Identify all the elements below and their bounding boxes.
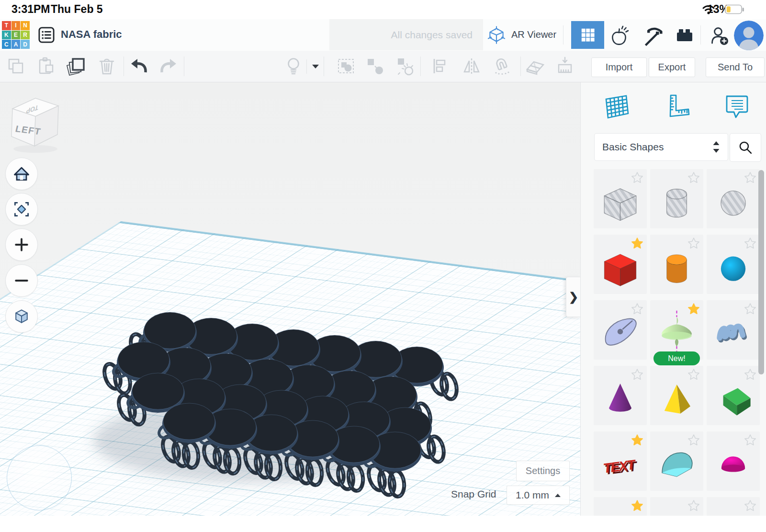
perspective-toggle-button[interactable] — [5, 300, 38, 333]
shape-tile-half-sphere[interactable] — [707, 431, 760, 491]
star-filled-icon[interactable] — [631, 434, 644, 447]
ungroup-icon[interactable] — [364, 56, 385, 77]
star-outline-icon[interactable] — [743, 303, 757, 316]
shape-tile-box[interactable] — [594, 235, 647, 294]
shapes-panel: Basic Shapes — [580, 82, 766, 516]
show-all-icon[interactable] — [283, 56, 304, 77]
shape-tile-cone[interactable] — [594, 366, 647, 425]
new-badge: New! — [653, 351, 700, 365]
shape-tile-sphere[interactable] — [707, 235, 760, 294]
divider — [124, 57, 124, 76]
star-outline-icon[interactable] — [631, 171, 644, 185]
clock: 3:31PM — [11, 3, 50, 16]
home-view-button[interactable] — [5, 158, 38, 190]
workplane-tool-icon[interactable] — [525, 56, 546, 77]
shape-tile-cylinder[interactable] — [650, 235, 703, 294]
star-outline-icon[interactable] — [743, 368, 757, 382]
align-icon[interactable] — [430, 56, 451, 77]
shape-tile-spinning-top[interactable] — [650, 300, 703, 360]
shape-tile-round-roof[interactable] — [650, 431, 703, 491]
copy-icon[interactable] — [5, 56, 26, 77]
shape-tile-text[interactable]: TEXT TEXT — [594, 431, 647, 491]
delete-icon[interactable] — [96, 56, 117, 77]
star-outline-icon[interactable] — [743, 171, 757, 185]
search-button[interactable] — [730, 133, 761, 162]
magnet-icon[interactable] — [491, 56, 512, 77]
zoom-in-button[interactable] — [5, 228, 38, 261]
star-outline-icon[interactable] — [743, 499, 757, 513]
star-outline-icon[interactable] — [687, 368, 700, 382]
bottom-strip — [0, 516, 766, 532]
design-canvas[interactable]: TOP LEFT ❯ Settings — [0, 82, 580, 516]
date: Thu Feb 5 — [51, 3, 103, 16]
shape-category-select[interactable]: Basic Shapes — [594, 133, 728, 161]
ar-viewer-label: AR Viewer — [511, 29, 556, 40]
avatar-icon — [734, 21, 764, 50]
star-outline-icon[interactable] — [743, 237, 757, 250]
star-outline-icon[interactable] — [687, 171, 700, 185]
zoom-out-button[interactable] — [5, 264, 38, 297]
shape-tile-sphere-hole[interactable] — [707, 169, 760, 228]
notes-panel-icon[interactable] — [723, 92, 750, 121]
app-header: TINKERCAD NASA fabric All changes saved … — [0, 19, 766, 51]
caret-up-icon — [555, 494, 561, 497]
logo-tile: D — [21, 40, 30, 49]
shape-tile-box-hole[interactable] — [594, 169, 647, 228]
star-filled-icon[interactable] — [631, 237, 644, 250]
fit-view-button[interactable] — [5, 193, 38, 226]
star-filled-icon[interactable] — [631, 499, 644, 513]
logo-tile: I — [11, 21, 21, 30]
duplicate-icon[interactable] — [66, 56, 87, 77]
add-person-icon[interactable] — [709, 25, 730, 46]
panel-collapse-handle[interactable]: ❯ — [566, 277, 580, 317]
divider — [184, 57, 184, 76]
settings-button[interactable]: Settings — [516, 461, 570, 481]
brick-icon[interactable] — [674, 25, 695, 46]
divider — [420, 57, 421, 76]
import-button[interactable]: Import — [591, 57, 647, 77]
workplane-panel-icon[interactable] — [603, 92, 630, 121]
view-cube[interactable]: TOP LEFT — [7, 90, 66, 157]
dropdown-caret-icon[interactable] — [312, 64, 319, 69]
align-duplicate-icon[interactable] — [394, 56, 415, 77]
sim-lab-icon[interactable] — [608, 25, 630, 46]
group-icon[interactable] — [336, 56, 357, 77]
paste-icon[interactable] — [35, 56, 56, 77]
mirror-icon[interactable] — [461, 56, 482, 77]
shape-tile-squiggle[interactable] — [707, 300, 760, 360]
status-bar: 3:31PM Thu Feb 5 13% — [0, 0, 766, 19]
avatar[interactable] — [734, 21, 764, 50]
shape-tile-cylinder-hole[interactable] — [650, 169, 703, 228]
panel-scrollbar[interactable] — [758, 170, 764, 374]
pickaxe-icon[interactable] — [642, 25, 663, 46]
select-arrows-icon — [712, 141, 720, 153]
blocks-editor-button-active[interactable] — [571, 21, 604, 49]
search-icon — [737, 139, 754, 156]
send-to-button[interactable]: Send To — [706, 57, 765, 77]
ruler-panel-icon[interactable] — [663, 92, 690, 121]
star-filled-icon[interactable] — [687, 303, 700, 316]
star-outline-icon[interactable] — [631, 368, 644, 382]
star-outline-icon[interactable] — [687, 237, 700, 250]
chainmail-fabric-model[interactable] — [67, 283, 469, 512]
shape-tile-roof[interactable] — [707, 366, 760, 425]
undo-icon[interactable] — [128, 56, 149, 77]
logo-tile: N — [21, 21, 30, 30]
redo-icon[interactable] — [158, 56, 179, 77]
shape-tile-scribble[interactable] — [594, 300, 647, 360]
ruler-tool-icon[interactable] — [554, 56, 575, 77]
ar-viewer-button[interactable]: AR Viewer — [486, 19, 561, 50]
star-outline-icon[interactable] — [743, 434, 757, 447]
snap-grid-dropdown[interactable]: 1.0 mm — [507, 486, 570, 505]
logo-tile: R — [21, 31, 30, 40]
tinkercad-logo[interactable]: TINKERCAD — [2, 21, 30, 49]
design-menu-icon[interactable] — [38, 27, 55, 43]
export-button[interactable]: Export — [649, 57, 695, 77]
logo-tile: C — [2, 40, 11, 49]
star-outline-icon[interactable] — [687, 434, 700, 447]
divider — [306, 59, 307, 74]
star-outline-icon[interactable] — [631, 303, 644, 316]
shape-tile-pyramid[interactable] — [650, 366, 703, 425]
touch-indicator-circle — [7, 445, 72, 510]
star-outline-icon[interactable] — [687, 499, 700, 513]
